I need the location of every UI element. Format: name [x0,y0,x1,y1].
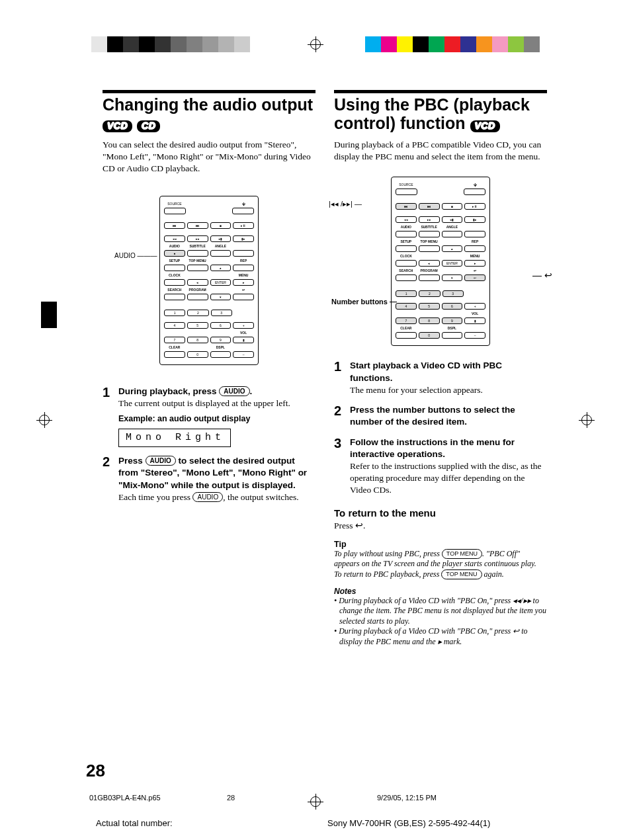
pill-top-menu: TOP MENU [441,569,482,579]
page-content: Changing the audio output VCD CD You can… [103,90,547,648]
footer-page: 28 [227,794,235,802]
notes-heading: Notes [334,587,547,596]
r-step2-lead: Press the number buttons to select the n… [350,405,515,427]
step-number-1: 1 [334,360,345,396]
right-intro: During playback of a PBC compatible Vide… [334,139,547,163]
pill-audio: AUDIO [146,456,176,466]
callout-audio: AUDIO ——— [114,252,157,259]
heading-rule [103,90,316,93]
callout-return: — ↩ [532,270,552,280]
heading-rule [334,90,547,93]
footer-actual-total: Actual total number: [96,818,173,828]
registration-mark-top [308,36,323,52]
registration-mark-left [36,412,52,428]
footer-filename: 01GB03PLA-E4N.p65 [89,794,161,802]
left-column: Changing the audio output VCD CD You can… [103,90,316,648]
tip-body: To play without using PBC, press TOP MEN… [334,549,547,580]
pill-top-menu: TOP MENU [442,549,482,559]
r-step1-lead: Start playback a Video CD with PBC funct… [350,360,502,382]
color-bar-grayscale [91,36,250,52]
tip-heading: Tip [334,540,547,549]
audio-output-display: Mono Right [118,429,231,447]
right-step-1: 1 Start playback a Video CD with PBC fun… [334,360,547,396]
remote-diagram-right: |◂◂ /▸▸| — Number buttons — — ↩ SOURCE⏻ … [334,172,547,351]
badge-vcd: VCD [103,120,132,132]
badge-cd: CD [137,120,160,132]
step-number-1: 1 [103,386,113,448]
left-step-1: 1 During playback, press AUDIO. The curr… [103,386,316,448]
note-item: • During playback of a Video CD with "PB… [334,626,547,647]
step1-lead: During playback, press AUDIO. [118,386,252,396]
left-title: Changing the audio output VCD CD [103,96,316,132]
step-number-2: 2 [334,404,345,428]
r-step1-body: The menu for your selection appears. [350,385,483,395]
pill-audio: AUDIO [192,492,223,502]
remote-illustration: SOURCE⏻ ⏮⏭■▸⏸ ◂◂▸▸◂▮▮▸ AUDIOSUBTITLEANGL… [391,177,490,346]
pill-audio: AUDIO [219,386,249,396]
step2-lead: Press AUDIO to select the desired output… [118,456,307,489]
right-step-2: 2 Press the number buttons to select the… [334,404,547,428]
remote-diagram-left: AUDIO ——— SOURCE⏻ ⏮⏭■▸⏸ ◂◂▸▸◂▮▮▸ AUDIOSU… [103,185,316,376]
step2-body: Each time you press AUDIO, the output sw… [118,492,299,502]
registration-mark-right [579,412,595,428]
left-title-text: Changing the audio output [103,95,313,114]
right-title: Using the PBC (playback control) functio… [334,96,547,132]
badge-vcd: VCD [470,120,500,132]
step1-body: The current output is displayed at the u… [118,398,290,408]
return-body: Press ↩. [334,520,547,532]
r-step3-lead: Follow the instructions in the menu for … [350,437,515,459]
footer-model: Sony MV-700HR (GB,ES) 2-595-492-44(1) [327,818,490,828]
left-intro: You can select the desired audio output … [103,139,316,175]
r-step3-body: Refer to the instructions supplied with … [350,461,541,495]
callout-number-buttons: Number buttons — [331,298,397,306]
callout-prev-next: |◂◂ /▸▸| — [329,200,362,208]
right-step-3: 3 Follow the instructions in the menu fo… [334,437,547,497]
remote-illustration: SOURCE⏻ ⏮⏭■▸⏸ ◂◂▸▸◂▮▮▸ AUDIOSUBTITLEANGL… [159,196,259,365]
right-title-text: Using the PBC (playback control) functio… [334,95,530,132]
page-number: 28 [86,761,105,781]
left-step-2: 2 Press AUDIO to select the desired outp… [103,455,316,503]
return-heading: To return to the menu [334,507,547,519]
section-tab [41,302,57,328]
example-label: Example: an audio output display [118,413,290,425]
note-item: • During playback of a Video CD with "PB… [334,596,547,627]
footer-date: 9/29/05, 12:15 PM [377,794,437,802]
notes-list: • During playback of a Video CD with "PB… [334,596,547,648]
color-bar-cmyk [365,36,540,52]
step-number-2: 2 [103,455,113,503]
right-column: Using the PBC (playback control) functio… [334,90,547,648]
step-number-3: 3 [334,437,345,497]
registration-mark-bottom [308,794,323,810]
